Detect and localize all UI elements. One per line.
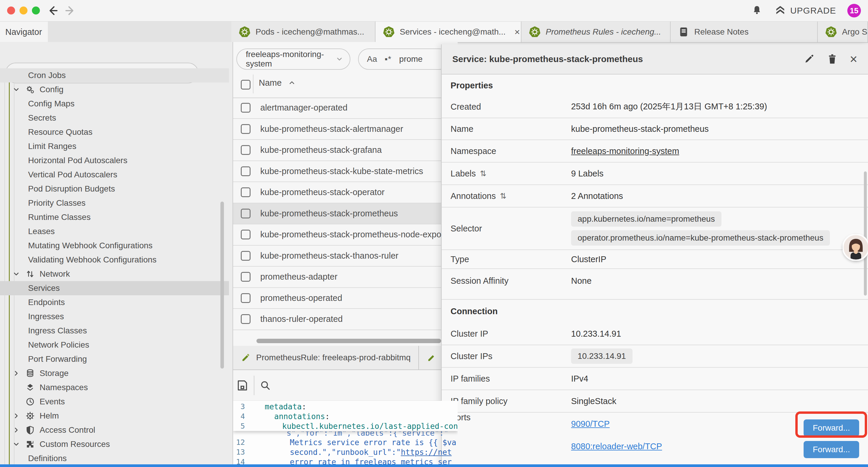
namespace-link[interactable]: freeleaps-monitoring-system xyxy=(571,146,679,156)
sidebar-item-cron-jobs[interactable]: Cron Jobs xyxy=(0,68,229,83)
sidebar-item-horizontal-pod-autoscalers[interactable]: Horizontal Pod Autoscalers xyxy=(0,153,229,168)
sidebar-item-config-maps[interactable]: Config Maps xyxy=(0,97,229,111)
select-all-checkbox[interactable] xyxy=(241,80,251,90)
sidebar-item-limit-ranges[interactable]: Limit Ranges xyxy=(0,139,229,153)
table-row[interactable]: alertmanager-operated xyxy=(233,97,458,119)
bell-icon[interactable] xyxy=(751,4,763,17)
save-icon[interactable] xyxy=(236,379,249,392)
row-checkbox[interactable] xyxy=(241,314,251,324)
app-tab-2[interactable]: Prometheus Rules - icecheng... xyxy=(522,22,671,42)
port-link[interactable]: 9090/TCP xyxy=(571,419,610,429)
sidebar-item-secrets[interactable]: Secrets xyxy=(0,111,229,125)
column-header-name[interactable]: Name xyxy=(259,78,296,88)
service-name: alertmanager-operated xyxy=(260,103,347,113)
sidebar-item-storage[interactable]: Storage xyxy=(0,366,229,380)
search-input[interactable]: Aa ▪* prome xyxy=(358,49,450,70)
title-bar: UPGRADE 15 xyxy=(0,0,868,21)
sidebar-item-namespaces[interactable]: Namespaces xyxy=(0,380,229,395)
table-row[interactable]: prometheus-operated xyxy=(233,288,458,309)
sidebar-item-ingresses[interactable]: Ingresses xyxy=(0,310,229,324)
table-row[interactable]: kube-prometheus-stack-operator xyxy=(233,182,458,203)
sidebar-item-label: Leases xyxy=(28,227,55,236)
sidebar-item-label: Limit Ranges xyxy=(28,142,76,151)
editor-search-icon[interactable] xyxy=(259,379,272,391)
window-zoom-button[interactable] xyxy=(32,6,40,14)
forward-button[interactable]: Forward... xyxy=(804,441,859,458)
app-tab-1[interactable]: Services - icecheng@math...× xyxy=(375,22,522,42)
app-tab-0[interactable]: Pods - icecheng@mathmas... xyxy=(231,22,375,42)
focus-border-strip xyxy=(0,464,868,467)
sidebar-item-validating-webhook-configurations[interactable]: Validating Webhook Configurations xyxy=(0,253,229,267)
row-checkbox[interactable] xyxy=(241,145,251,155)
sidebar-item-vertical-pod-autoscalers[interactable]: Vertical Pod Autoscalers xyxy=(0,168,229,182)
row-checkbox[interactable] xyxy=(241,167,251,176)
tab-close-icon[interactable]: × xyxy=(514,27,520,37)
sidebar-item-pod-disruption-budgets[interactable]: Pod Disruption Budgets xyxy=(0,182,229,196)
sidebar-item-ingress-classes[interactable]: Ingress Classes xyxy=(0,324,229,338)
chevron-down-icon[interactable] xyxy=(12,440,21,448)
window-minimize-button[interactable] xyxy=(20,6,28,14)
row-checkbox[interactable] xyxy=(241,103,251,113)
namespace-filter-select[interactable]: freeleaps-monitoring-system xyxy=(236,49,350,70)
editor-tab-prometheusrule[interactable]: PrometheusRule: freeleaps-prod-rabbitmq xyxy=(233,346,419,370)
row-checkbox[interactable] xyxy=(241,209,251,218)
sidebar-item-resource-quotas[interactable]: Resource Quotas xyxy=(0,125,229,139)
table-row[interactable]: prometheus-adapter xyxy=(233,267,458,288)
sidebar-item-priority-classes[interactable]: Priority Classes xyxy=(0,196,229,210)
row-checkbox[interactable] xyxy=(241,251,251,261)
sidebar-item-port-forwarding[interactable]: Port Forwarding xyxy=(0,352,229,366)
sidebar-item-mutating-webhook-configurations[interactable]: Mutating Webhook Configurations xyxy=(0,238,229,253)
avatar[interactable] xyxy=(843,234,868,261)
sidebar-item-custom-resources[interactable]: Custom Resources xyxy=(0,437,229,451)
sort-updown-icon[interactable]: ⇅ xyxy=(500,192,506,201)
chevron-right-icon[interactable] xyxy=(12,370,21,377)
chevron-down-icon[interactable] xyxy=(12,270,21,278)
match-case-toggle[interactable]: Aa xyxy=(367,54,377,64)
row-checkbox[interactable] xyxy=(241,187,251,197)
row-label: Session Affinity xyxy=(451,276,571,286)
sidebar-item-network[interactable]: Network xyxy=(0,267,229,281)
close-icon[interactable]: × xyxy=(850,53,857,66)
sidebar-item-runtime-classes[interactable]: Runtime Classes xyxy=(0,210,229,224)
row-checkbox[interactable] xyxy=(241,124,251,134)
edit-pencil-icon[interactable] xyxy=(803,53,815,65)
table-row[interactable]: kube-prometheus-stack-prometheus xyxy=(233,203,458,225)
row-checkbox[interactable] xyxy=(241,293,251,303)
sidebar-item-config[interactable]: Config xyxy=(0,83,229,97)
sidebar-scrollbar[interactable] xyxy=(220,202,224,369)
detail-scrollbar[interactable] xyxy=(864,171,867,296)
sidebar-item-services[interactable]: Services xyxy=(0,281,229,295)
table-row[interactable]: kube-prometheus-stack-kube-state-metrics xyxy=(233,161,458,182)
port-link[interactable]: 8080:reloader-web/TCP xyxy=(571,442,662,451)
delete-trash-icon[interactable] xyxy=(827,53,838,65)
chevron-right-icon[interactable] xyxy=(12,412,21,420)
sidebar-item-network-policies[interactable]: Network Policies xyxy=(0,338,229,352)
table-row[interactable]: thanos-ruler-operated xyxy=(233,309,458,330)
app-tab-4[interactable]: Argo Se xyxy=(818,22,868,42)
sidebar-item-leases[interactable]: Leases xyxy=(0,224,229,238)
regex-toggle[interactable]: ▪* xyxy=(385,54,392,64)
sidebar-item-events[interactable]: Events xyxy=(0,395,229,409)
chevron-down-icon[interactable] xyxy=(12,86,21,93)
sidebar-item-access-control[interactable]: Access Control xyxy=(0,423,229,437)
table-row[interactable]: kube-prometheus-stack-thanos-ruler xyxy=(233,245,458,267)
horizontal-scrollbar[interactable] xyxy=(256,339,441,343)
sidebar-item-helm[interactable]: Helm xyxy=(0,409,229,423)
chevron-right-icon[interactable] xyxy=(12,426,21,434)
upgrade-button[interactable]: UPGRADE xyxy=(774,5,836,17)
table-row[interactable]: kube-prometheus-stack-grafana xyxy=(233,140,458,161)
app-tab-3[interactable]: Release Notes xyxy=(671,22,818,42)
row-checkbox[interactable] xyxy=(241,272,251,282)
sidebar-item-endpoints[interactable]: Endpoints xyxy=(0,295,229,310)
sort-updown-icon[interactable]: ⇅ xyxy=(480,169,486,178)
table-row[interactable]: kube-prometheus-stack-alertmanager xyxy=(233,119,458,140)
window-close-button[interactable] xyxy=(7,6,15,14)
notification-badge[interactable]: 15 xyxy=(847,4,861,18)
sidebar-item-label: Runtime Classes xyxy=(28,212,91,222)
forward-arrow-icon[interactable] xyxy=(64,4,77,17)
table-row[interactable]: kube-prometheus-stack-prometheus-node-ex… xyxy=(233,224,458,245)
row-checkbox[interactable] xyxy=(241,230,251,239)
back-arrow-icon[interactable] xyxy=(46,4,59,17)
sidebar-item-definitions[interactable]: Definitions xyxy=(0,451,229,466)
yaml-code-view[interactable]: 3metadata:4annotations:5kubectl.kubernet… xyxy=(233,401,458,465)
